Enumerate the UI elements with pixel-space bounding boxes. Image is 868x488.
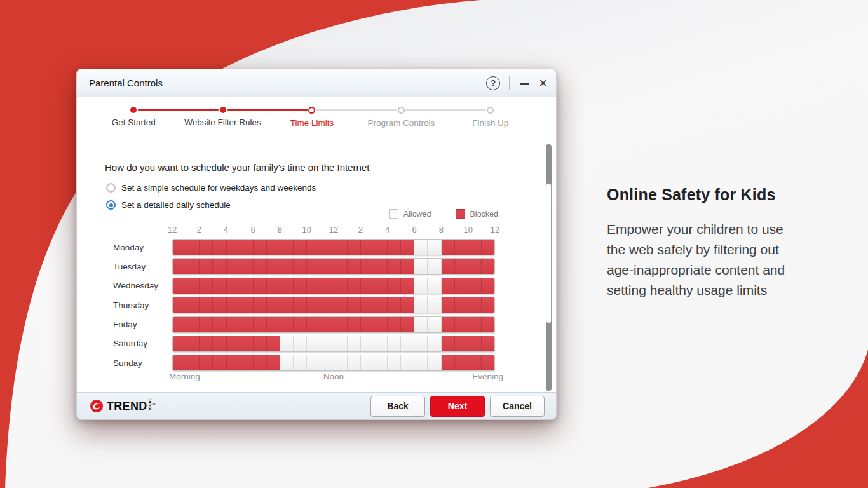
schedule-cell[interactable] xyxy=(294,240,307,255)
schedule-cell[interactable] xyxy=(280,240,294,255)
schedule-cell[interactable] xyxy=(348,278,361,294)
schedule-option-simple[interactable]: Set a simple schedule for weekdays and w… xyxy=(106,179,316,196)
schedule-cell[interactable] xyxy=(482,240,494,255)
schedule-cell[interactable] xyxy=(388,259,401,274)
scrollbar-track[interactable] xyxy=(546,144,552,391)
schedule-cell[interactable] xyxy=(280,278,294,294)
schedule-cell[interactable] xyxy=(267,240,280,255)
schedule-cell[interactable] xyxy=(280,317,294,332)
step-program-controls[interactable]: Program Controls xyxy=(356,102,445,128)
schedule-cell[interactable] xyxy=(482,278,494,294)
schedule-cell[interactable] xyxy=(455,297,468,313)
schedule-cell[interactable] xyxy=(267,336,280,351)
schedule-cell[interactable] xyxy=(482,317,494,332)
schedule-cell[interactable] xyxy=(307,317,320,332)
schedule-cell[interactable] xyxy=(200,240,213,255)
schedule-cell[interactable] xyxy=(213,240,226,255)
schedule-cell[interactable] xyxy=(414,297,428,313)
schedule-cell[interactable] xyxy=(186,317,200,332)
minimize-icon[interactable] xyxy=(519,76,530,90)
radio-unselected-icon[interactable] xyxy=(106,183,116,193)
next-button[interactable]: Next xyxy=(430,396,485,417)
schedule-cell[interactable] xyxy=(482,259,494,274)
schedule-cell[interactable] xyxy=(401,278,414,294)
schedule-cell[interactable] xyxy=(442,355,455,370)
cancel-button[interactable]: Cancel xyxy=(490,396,545,417)
schedule-cell[interactable] xyxy=(227,259,240,274)
schedule-cell[interactable] xyxy=(334,355,348,370)
schedule-cell[interactable] xyxy=(455,355,468,370)
schedule-cell[interactable] xyxy=(401,240,414,255)
schedule-cell[interactable] xyxy=(374,355,388,370)
schedule-cell[interactable] xyxy=(307,278,320,294)
schedule-cell[interactable] xyxy=(254,259,267,274)
schedule-cell[interactable] xyxy=(348,240,361,255)
schedule-cell[interactable] xyxy=(348,297,361,313)
schedule-cell[interactable] xyxy=(294,355,307,370)
schedule-cell[interactable] xyxy=(307,355,320,370)
schedule-cell[interactable] xyxy=(240,278,254,294)
schedule-cell[interactable] xyxy=(374,240,388,255)
schedule-cell[interactable] xyxy=(428,355,441,370)
schedule-cell[interactable] xyxy=(254,336,267,351)
schedule-cell[interactable] xyxy=(200,355,213,370)
schedule-cell[interactable] xyxy=(401,317,414,332)
schedule-cell[interactable] xyxy=(186,297,200,313)
schedule-cell[interactable] xyxy=(428,297,441,313)
schedule-cell[interactable] xyxy=(414,278,428,294)
schedule-cell[interactable] xyxy=(213,355,226,370)
schedule-cell[interactable] xyxy=(468,317,482,332)
step-website-filter-rules[interactable]: Website Filter Rules xyxy=(178,102,267,127)
schedule-cell[interactable] xyxy=(442,297,455,313)
schedule-cell[interactable] xyxy=(200,278,213,294)
step-finish-up[interactable]: Finish Up xyxy=(446,102,535,128)
schedule-cell[interactable] xyxy=(213,278,226,294)
radio-selected-icon[interactable] xyxy=(106,200,116,210)
schedule-cell[interactable] xyxy=(173,317,186,332)
schedule-cell[interactable] xyxy=(468,278,482,294)
schedule-cell[interactable] xyxy=(455,278,468,294)
schedule-cell[interactable] xyxy=(455,317,468,332)
schedule-cell[interactable] xyxy=(227,355,240,370)
schedule-cell[interactable] xyxy=(468,336,482,351)
schedule-cell[interactable] xyxy=(334,336,348,351)
schedule-cell[interactable] xyxy=(442,278,455,294)
schedule-cell[interactable] xyxy=(267,355,280,370)
schedule-cell[interactable] xyxy=(267,278,280,294)
schedule-cell[interactable] xyxy=(294,259,307,274)
schedule-cell[interactable] xyxy=(482,297,494,313)
schedule-cell[interactable] xyxy=(414,336,428,351)
schedule-cell[interactable] xyxy=(455,259,468,274)
schedule-cell[interactable] xyxy=(213,297,226,313)
schedule-cell[interactable] xyxy=(468,259,482,274)
schedule-cell[interactable] xyxy=(267,297,280,313)
schedule-cell[interactable] xyxy=(294,336,307,351)
schedule-cell[interactable] xyxy=(334,278,348,294)
schedule-cell[interactable] xyxy=(374,278,388,294)
schedule-cell[interactable] xyxy=(294,297,307,313)
schedule-cell[interactable] xyxy=(240,336,254,351)
schedule-cell[interactable] xyxy=(361,259,374,274)
back-button[interactable]: Back xyxy=(370,396,425,417)
schedule-cell[interactable] xyxy=(186,336,200,351)
schedule-cell[interactable] xyxy=(227,297,240,313)
schedule-cell[interactable] xyxy=(240,259,254,274)
schedule-cell[interactable] xyxy=(173,355,186,370)
schedule-cell[interactable] xyxy=(227,336,240,351)
schedule-cell[interactable] xyxy=(388,336,401,351)
schedule-cell[interactable] xyxy=(307,240,320,255)
schedule-cell[interactable] xyxy=(428,240,441,255)
schedule-cell[interactable] xyxy=(442,240,455,255)
schedule-cell[interactable] xyxy=(240,297,254,313)
schedule-cell[interactable] xyxy=(428,317,441,332)
schedule-cell[interactable] xyxy=(428,336,441,351)
schedule-cell[interactable] xyxy=(374,259,388,274)
schedule-cell[interactable] xyxy=(428,259,441,274)
schedule-cell[interactable] xyxy=(186,240,200,255)
schedule-cell[interactable] xyxy=(468,240,482,255)
schedule-cell[interactable] xyxy=(227,240,240,255)
schedule-cell[interactable] xyxy=(361,278,374,294)
schedule-cell[interactable] xyxy=(173,259,186,274)
schedule-cell[interactable] xyxy=(334,297,348,313)
schedule-cell[interactable] xyxy=(348,336,361,351)
